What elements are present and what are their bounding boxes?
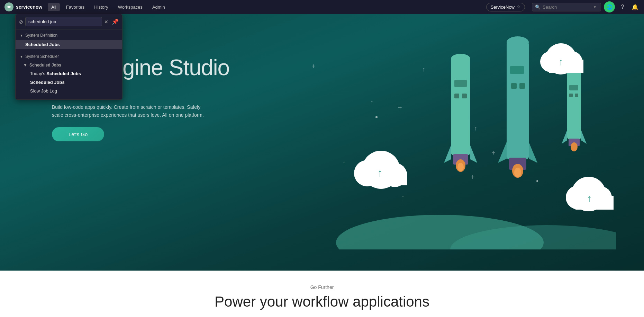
svg-rect-17 [462, 94, 467, 98]
logo-text: servicenow [16, 4, 42, 10]
svg-text:↑: ↑ [559, 56, 563, 67]
svg-marker-11 [444, 146, 451, 163]
search-dropdown-panel: ⊘ ✕ 📌 ▼ System Definition Scheduled Jobs… [15, 14, 123, 100]
nav-admin[interactable]: Admin [149, 3, 169, 11]
rocket-illustration: ↑ [333, 24, 616, 249]
chevron-down-icon-2: ▼ [20, 55, 23, 59]
system-definition-label: System Definition [25, 33, 57, 38]
scheduled-jobs-bold-2: Scheduled Jobs [46, 71, 81, 76]
bottom-section: Go Further Power your workflow applicati… [0, 271, 644, 317]
nav-favorites[interactable]: Favorites [63, 3, 88, 11]
scheduled-jobs-system-def[interactable]: Scheduled Jobs [16, 40, 122, 49]
svg-point-25 [514, 168, 521, 177]
nav-history[interactable]: History [91, 3, 111, 11]
nav-workspaces[interactable]: Workspaces [115, 3, 146, 11]
system-scheduler-label: System Scheduler [25, 54, 59, 59]
go-further-label: Go Further [0, 284, 644, 290]
search-input-row: ⊘ ✕ 📌 [16, 14, 122, 29]
power-title: Power your workflow applications [0, 293, 644, 310]
system-definition-section: ▼ System Definition Scheduled Jobs [16, 29, 122, 51]
svg-rect-10 [454, 80, 467, 87]
servicenow-button[interactable]: ServiceNow ☆ [486, 3, 525, 11]
scheduled-jobs-subgroup-label: Scheduled Jobs [29, 63, 61, 68]
svg-rect-6 [364, 171, 407, 185]
svg-rect-19 [507, 42, 529, 159]
slow-job-log-label: Slow Job Log [30, 88, 57, 94]
svg-rect-45 [575, 196, 614, 210]
svg-rect-35 [569, 94, 573, 97]
svg-rect-26 [511, 83, 517, 89]
svg-marker-31 [562, 130, 567, 144]
svg-rect-30 [569, 85, 578, 90]
svg-rect-40 [549, 60, 583, 73]
search-dropdown-arrow[interactable]: ▼ [593, 5, 597, 9]
lets-go-button[interactable]: Let's Go [52, 127, 104, 141]
svg-point-34 [571, 142, 578, 151]
svg-marker-21 [498, 142, 507, 163]
scheduled-jobs-subgroup-header[interactable]: ▼ Scheduled Jobs [16, 61, 122, 69]
svg-text:↑: ↑ [587, 193, 592, 204]
system-definition-header[interactable]: ▼ System Definition [16, 31, 122, 40]
svg-rect-20 [510, 66, 524, 74]
svg-rect-27 [519, 83, 525, 89]
search-bar[interactable]: 🔍 ▼ [532, 3, 601, 11]
star-icon: ☆ [517, 5, 520, 9]
top-navigation: servicenow All Favorites History Workspa… [0, 0, 644, 14]
svg-point-15 [457, 163, 464, 171]
todays-prefix: Today's [30, 71, 46, 76]
svg-rect-9 [451, 58, 470, 155]
svg-marker-12 [470, 146, 477, 163]
chevron-down-icon: ▼ [20, 34, 23, 37]
pin-icon[interactable]: 📌 [112, 18, 119, 25]
cloud-left: ↑ [354, 151, 407, 189]
svg-marker-32 [581, 130, 587, 144]
help-button[interactable]: ? [618, 2, 627, 12]
deco-plus-1: + [311, 62, 316, 70]
scheduled-jobs-sub[interactable]: Scheduled Jobs [16, 78, 122, 87]
svg-rect-29 [567, 70, 581, 139]
nav-right-section: 🔍 ▼ 🌐 ? 🔔 [532, 1, 640, 12]
svg-rect-16 [454, 94, 459, 98]
scheduled-jobs-bold: Scheduled Jobs [25, 42, 60, 47]
nav-all[interactable]: All [48, 3, 60, 11]
chevron-down-icon-3: ▼ [23, 63, 27, 68]
system-scheduler-header[interactable]: ▼ System Scheduler [16, 52, 122, 61]
scheduled-jobs-bold-3: Scheduled Jobs [30, 80, 65, 85]
notification-button[interactable]: 🔔 [630, 2, 640, 12]
filter-icon: ⊘ [19, 19, 23, 25]
todays-scheduled-jobs[interactable]: Today's Scheduled Jobs [16, 69, 122, 78]
servicenow-logo[interactable]: servicenow [4, 2, 42, 12]
system-scheduler-section: ▼ System Scheduler ▼ Scheduled Jobs Toda… [16, 51, 122, 97]
svg-marker-22 [529, 142, 537, 163]
search-input[interactable] [543, 5, 591, 10]
svg-text:↑: ↑ [377, 167, 383, 179]
search-icon: 🔍 [535, 5, 541, 10]
servicenow-label: ServiceNow [491, 5, 515, 10]
dropdown-search-input[interactable] [25, 17, 102, 26]
globe-icon: 🌐 [607, 4, 613, 10]
bell-icon: 🔔 [632, 4, 638, 10]
hero-description: Build low-code apps quickly. Create from… [52, 103, 208, 119]
globe-button[interactable]: 🌐 [604, 1, 615, 12]
slow-job-log[interactable]: Slow Job Log [16, 87, 122, 95]
svg-rect-36 [575, 94, 578, 97]
help-icon: ? [621, 4, 624, 10]
clear-icon[interactable]: ✕ [104, 19, 108, 25]
